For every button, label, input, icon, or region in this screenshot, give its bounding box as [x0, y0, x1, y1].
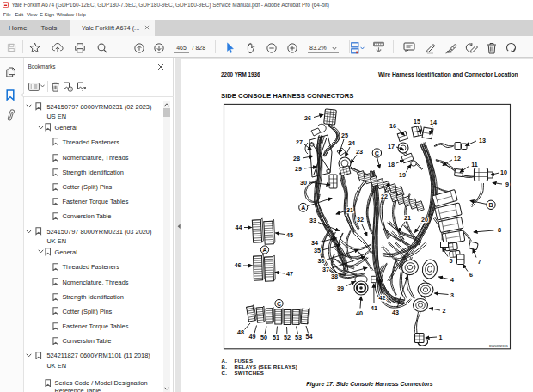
svg-text:2: 2	[443, 307, 446, 315]
svg-text:46: 46	[235, 261, 242, 269]
svg-text:35: 35	[314, 247, 321, 254]
svg-text:15: 15	[414, 118, 420, 126]
svg-text:53: 53	[295, 334, 302, 341]
svg-text:C: C	[277, 301, 281, 307]
svg-text:36: 36	[318, 257, 325, 265]
svg-text:26: 26	[304, 114, 311, 122]
svg-text:20: 20	[421, 216, 428, 224]
svg-text:37: 37	[322, 266, 329, 273]
svg-text:44: 44	[236, 224, 242, 231]
svg-text:52: 52	[284, 334, 291, 341]
svg-text:8: 8	[498, 226, 501, 234]
svg-text:24: 24	[348, 139, 355, 147]
svg-text:40: 40	[356, 309, 363, 317]
svg-text:29: 29	[295, 165, 302, 173]
svg-text:19: 19	[399, 171, 406, 179]
svg-text:4: 4	[450, 276, 454, 284]
svg-text:28: 28	[293, 155, 300, 162]
svg-text:C: C	[375, 150, 379, 156]
svg-text:32: 32	[357, 216, 364, 224]
svg-text:21: 21	[404, 214, 411, 222]
svg-text:50: 50	[260, 334, 267, 341]
svg-text:23: 23	[356, 148, 363, 156]
svg-text:25: 25	[341, 132, 348, 139]
svg-text:B: B	[488, 202, 493, 208]
svg-text:16: 16	[389, 122, 396, 130]
svg-text:49: 49	[249, 333, 256, 340]
svg-text:BW0822331: BW0822331	[489, 344, 509, 348]
svg-text:34: 34	[311, 239, 318, 247]
svg-text:11: 11	[471, 161, 478, 168]
svg-text:5: 5	[450, 257, 453, 265]
svg-text:51: 51	[273, 334, 279, 341]
svg-text:3: 3	[450, 291, 454, 299]
svg-text:47: 47	[286, 270, 293, 278]
svg-text:43: 43	[392, 309, 399, 316]
svg-text:48: 48	[237, 328, 244, 336]
svg-text:31: 31	[346, 206, 353, 214]
svg-text:13: 13	[479, 137, 486, 144]
svg-text:1: 1	[439, 334, 443, 341]
svg-text:22: 22	[381, 193, 388, 200]
svg-text:12: 12	[454, 155, 461, 162]
svg-text:39: 39	[337, 285, 344, 292]
svg-text:42: 42	[379, 294, 386, 302]
svg-text:45: 45	[286, 231, 293, 239]
svg-text:30: 30	[300, 179, 307, 187]
svg-text:A: A	[262, 247, 266, 253]
svg-text:A: A	[301, 205, 305, 211]
svg-text:27: 27	[296, 138, 303, 146]
svg-text:54: 54	[306, 333, 313, 340]
svg-text:10: 10	[500, 168, 507, 176]
svg-text:14: 14	[430, 119, 437, 126]
svg-text:6: 6	[469, 271, 473, 279]
svg-text:33: 33	[309, 217, 316, 224]
svg-text:7: 7	[478, 258, 481, 266]
svg-text:41: 41	[371, 304, 377, 312]
svg-text:9: 9	[505, 181, 509, 188]
svg-text:17: 17	[388, 143, 395, 150]
svg-text:18: 18	[388, 161, 395, 168]
svg-text:38: 38	[331, 273, 338, 280]
